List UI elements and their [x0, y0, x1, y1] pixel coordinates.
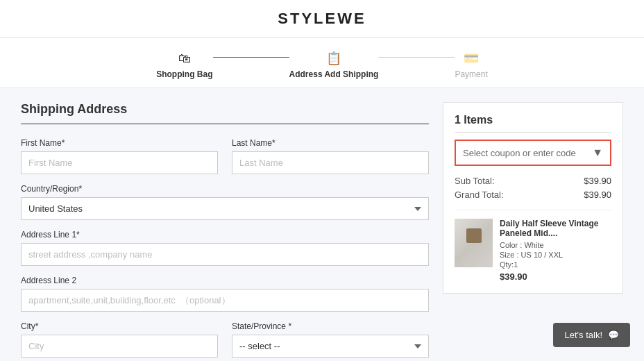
- address1-label: Address Line 1*: [21, 230, 429, 240]
- first-name-group: First Name*: [21, 138, 218, 174]
- shipping-address-form: Shipping Address First Name* Last Name* …: [21, 102, 429, 361]
- city-group: City*: [21, 321, 218, 358]
- product-qty: Qty:1: [500, 260, 611, 269]
- country-group: Country/Region* United States Canada Uni…: [21, 184, 429, 220]
- step-shopping-bag-label: Shopping Bag: [156, 69, 212, 79]
- section-divider: [21, 124, 429, 124]
- step-connector-1: [213, 57, 289, 58]
- chat-label: Let's talk!: [564, 330, 602, 340]
- brand-title: STYLEWE: [0, 10, 644, 28]
- address1-input[interactable]: [21, 243, 429, 266]
- city-state-row: City* State/Province * -- select --: [21, 321, 429, 358]
- country-label: Country/Region*: [21, 184, 429, 194]
- address1-group: Address Line 1*: [21, 230, 429, 266]
- chat-icon: 💬: [608, 330, 619, 340]
- product-image: [455, 219, 493, 267]
- product-name: Daily Half Sleeve Vintage Paneled Mid...…: [500, 219, 611, 238]
- address-icon: 📋: [326, 51, 341, 66]
- payment-icon: 💳: [464, 51, 479, 66]
- section-title: Shipping Address: [21, 102, 429, 117]
- items-count: 1 Items: [455, 114, 611, 133]
- first-name-label: First Name*: [21, 138, 218, 148]
- city-input[interactable]: [21, 335, 218, 358]
- city-label: City*: [21, 321, 218, 331]
- coupon-placeholder: Select coupon or enter code: [463, 148, 592, 158]
- main-content: Shipping Address First Name* Last Name* …: [0, 88, 644, 361]
- address2-input[interactable]: [21, 289, 429, 312]
- state-label: State/Province *: [232, 321, 429, 331]
- header: STYLEWE: [0, 0, 644, 38]
- country-select[interactable]: United States Canada United Kingdom: [21, 197, 429, 220]
- checkout-steps: 🛍 Shopping Bag 📋 Address Add Shipping 💳 …: [0, 38, 644, 88]
- first-name-input[interactable]: [21, 151, 218, 174]
- sub-total-label: Sub Total:: [455, 176, 495, 186]
- bag-icon: 🛍: [178, 51, 191, 66]
- state-select[interactable]: -- select --: [232, 335, 429, 358]
- grand-total-value: $39.90: [584, 190, 611, 200]
- step-address-shipping[interactable]: 📋 Address Add Shipping: [289, 51, 379, 79]
- step-payment[interactable]: 💳 Payment: [455, 51, 487, 79]
- step-payment-label: Payment: [455, 69, 487, 79]
- product-color: Color : White: [500, 241, 611, 249]
- grand-total-label: Grand Total:: [455, 190, 504, 200]
- chat-widget[interactable]: Let's talk! 💬: [553, 323, 630, 347]
- step-address-label: Address Add Shipping: [289, 69, 379, 79]
- step-shopping-bag[interactable]: 🛍 Shopping Bag: [156, 51, 212, 79]
- product-price: $39.90: [500, 271, 611, 282]
- address2-group: Address Line 2: [21, 276, 429, 312]
- grand-total-row: Grand Total: $39.90: [455, 190, 611, 200]
- product-size: Size : US 10 / XXL: [500, 251, 611, 259]
- last-name-group: Last Name*: [232, 138, 429, 174]
- order-summary: 1 Items Select coupon or enter code ▼ Su…: [443, 102, 623, 294]
- product-card: Daily Half Sleeve Vintage Paneled Mid...…: [455, 210, 611, 282]
- address1-row: Address Line 1*: [21, 230, 429, 266]
- sub-total-value: $39.90: [584, 176, 611, 186]
- step-connector-2: [378, 57, 455, 58]
- product-details: Daily Half Sleeve Vintage Paneled Mid...…: [500, 219, 611, 282]
- last-name-input[interactable]: [232, 151, 429, 174]
- coupon-selector[interactable]: Select coupon or enter code ▼: [455, 140, 611, 166]
- last-name-label: Last Name*: [232, 138, 429, 148]
- country-row: Country/Region* United States Canada Uni…: [21, 184, 429, 220]
- sub-total-row: Sub Total: $39.90: [455, 176, 611, 186]
- totals-section: Sub Total: $39.90 Grand Total: $39.90: [455, 176, 611, 200]
- address2-row: Address Line 2: [21, 276, 429, 312]
- coupon-arrow-icon: ▼: [592, 146, 603, 159]
- address2-label: Address Line 2: [21, 276, 429, 285]
- state-group: State/Province * -- select --: [232, 321, 429, 358]
- name-row: First Name* Last Name*: [21, 138, 429, 174]
